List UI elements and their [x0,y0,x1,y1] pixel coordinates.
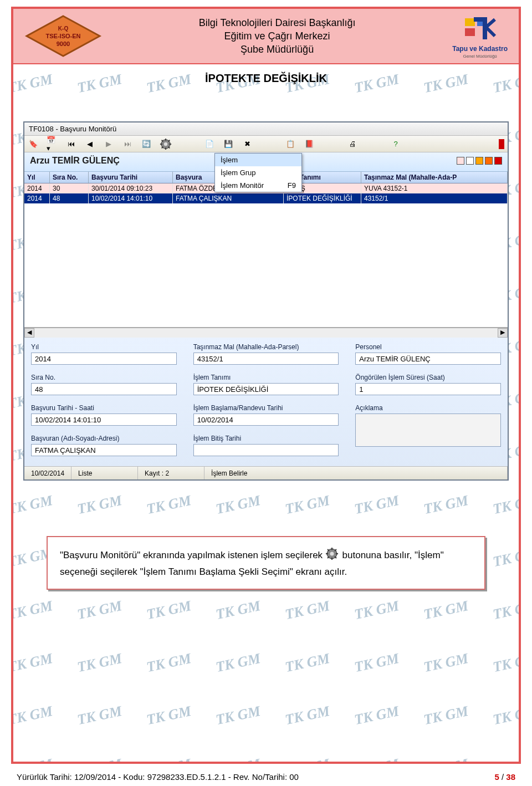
field-basvuran: Başvuran (Adı-Soyadı-Adresi) FATMA ÇALIŞ… [31,435,177,456]
toolbar: 🔖 📅▾ ⏮ ◀ ▶ ⏭ 🔄 📄 💾 ✖ 📋 📕 🖨 ? [24,136,508,152]
status-mode: Liste [71,467,138,479]
scroll-left-icon[interactable]: ◀ [24,328,34,338]
col-tasinmaz[interactable]: Taşınmaz Mal (Mahalle-Ada-P [361,172,508,183]
menu-islem[interactable]: İşlem [215,154,301,166]
swatch-4 [485,157,493,165]
status-bar: 10/02/2014 Liste Kayıt : 2 İşlem Belirle [24,466,508,479]
page-header: K-Q TSE-ISO-EN 9000 Bilgi Teknolojileri … [13,9,519,64]
input-aciklama[interactable] [355,414,501,447]
copy-icon[interactable]: 📄 [204,139,215,150]
field-islemtanimi: İşlem Tanımı İPOTEK DEĞİŞİKLİĞİ [193,374,339,395]
gear-dropdown: İşlem İşlem Grup İşlem MonitörF9 [214,153,302,192]
page-footer: Yürürlük Tarihi: 12/09/2014 - Kodu: 9729… [17,772,515,782]
input-basvurutarih[interactable]: 10/02/2014 14:01:10 [31,414,177,426]
swatch-1 [457,157,464,165]
svg-rect-4 [465,18,475,26]
list-icon[interactable]: 📋 [285,139,296,150]
save-icon[interactable]: 💾 [223,139,234,150]
gear-icon[interactable] [160,138,172,150]
field-basvurutarih: Başvuru Tarihi - Saati 10/02/2014 14:01:… [31,404,177,426]
field-bitis: İşlem Bitiş Tarihi [193,435,339,456]
col-sira[interactable]: Sıra No. [50,172,89,183]
calendar-icon[interactable]: 📅▾ [47,139,58,150]
svg-point-8 [164,142,167,145]
right-logo-sub: Genel Müdürlüğü [463,54,497,59]
menu-islem-monitor[interactable]: İşlem MonitörF9 [215,179,301,192]
app-window: TF0108 - Başvuru Monitörü 🔖 📅▾ ⏮ ◀ ▶ ⏭ 🔄… [23,121,509,481]
swatch-2 [466,157,474,165]
header-line3: Şube Müdürlüğü [102,43,452,56]
window-title: TF0108 - Başvuru Monitörü [24,123,508,136]
status-count: Kayıt : 2 [138,467,204,479]
nav-prev-icon[interactable]: ◀ [84,139,95,150]
footer-page: 5 / 38 [494,772,515,782]
input-basvuran[interactable]: FATMA ÇALIŞKAN [31,444,177,456]
input-sira[interactable]: 48 [31,383,177,395]
col-yil[interactable]: Yıl [24,172,50,183]
document-title: İPOTEKTE DEĞİŞİKLİK [13,64,519,88]
book-icon[interactable]: 📕 [304,139,315,150]
instruction-note: "Başvuru Monitörü" ekranında yapılmak is… [47,536,485,590]
input-bitis[interactable] [193,444,339,456]
svg-text:9000: 9000 [57,40,70,47]
app-icon: 🔖 [28,139,39,150]
exit-icon[interactable] [499,139,504,149]
input-randevu[interactable]: 10/02/2014 [193,414,339,426]
user-name: Arzu TEMİR GÜLENÇ [30,156,120,166]
svg-point-18 [330,552,334,556]
left-logo: K-Q TSE-ISO-EN 9000 [24,14,102,58]
header-line2: Eğitim ve Çağrı Merkezi [102,29,452,43]
delete-icon[interactable]: ✖ [242,139,253,150]
input-yil[interactable]: 2014 [31,353,177,365]
field-yil: Yıl 2014 [31,343,177,365]
field-personel: Personel Arzu TEMİR GÜLENÇ [355,343,501,365]
print-icon[interactable]: 🖨 [347,139,358,150]
nav-last-icon[interactable]: ⏭ [122,139,133,150]
input-tasinmaz[interactable]: 43152/1 [193,353,339,365]
svg-text:TSE-ISO-EN: TSE-ISO-EN [46,33,81,39]
swatch-5 [494,157,502,165]
svg-text:K-Q: K-Q [58,25,69,32]
input-islemtanimi[interactable]: İPOTEK DEĞİŞİKLİĞİ [193,383,339,395]
table-row[interactable]: 2014 48 10/02/2014 14:01:10 FATMA ÇALIŞK… [24,193,508,203]
field-aciklama: Açıklama [355,404,501,456]
detail-form: Yıl 2014 Taşınmaz Mal (Mahalle-Ada-Parse… [24,338,508,466]
refresh-icon[interactable]: 🔄 [141,139,152,150]
status-hint: İşlem Belirle [204,467,508,479]
header-titles: Bilgi Teknolojileri Dairesi Başkanlığı E… [102,16,452,57]
field-tasinmaz: Taşınmaz Mal (Mahalle-Ada-Parsel) 43152/… [193,343,339,365]
right-logo: Tapu ve Kadastro Genel Müdürlüğü [452,14,508,59]
help-icon[interactable]: ? [390,139,401,150]
col-tarih[interactable]: Başvuru Tarihi [89,172,173,183]
footer-left: Yürürlük Tarihi: 12/09/2014 - Kodu: 9729… [17,772,299,782]
scroll-right-icon[interactable]: ▶ [498,328,508,338]
menu-islem-grup[interactable]: İşlem Grup [215,166,301,179]
swatch-3 [475,157,483,165]
gear-icon-inline [325,547,340,565]
field-randevu: İşlem Başlama/Randevu Tarihi 10/02/2014 [193,404,339,426]
field-sure: Öngörülen İşlem Süresi (Saat) 1 [355,374,501,395]
color-swatches [457,157,502,165]
status-date: 10/02/2014 [24,467,71,479]
grid-body[interactable]: 2014 30 30/01/2014 09:10:23 FATMA ÖZDEMİ… [24,183,508,328]
header-line1: Bilgi Teknolojileri Dairesi Başkanlığı [102,16,452,29]
input-sure[interactable]: 1 [355,383,501,395]
right-logo-text: Tapu ve Kadastro [452,45,508,53]
horizontal-scrollbar[interactable]: ◀ ▶ [24,328,508,338]
input-personel[interactable]: Arzu TEMİR GÜLENÇ [355,353,501,365]
note-text-a: "Başvuru Monitörü" ekranında yapılmak is… [60,550,325,560]
svg-rect-6 [465,28,475,36]
field-sira: Sıra No. 48 [31,374,177,395]
nav-first-icon[interactable]: ⏮ [65,139,76,150]
nav-next-icon[interactable]: ▶ [103,139,114,150]
